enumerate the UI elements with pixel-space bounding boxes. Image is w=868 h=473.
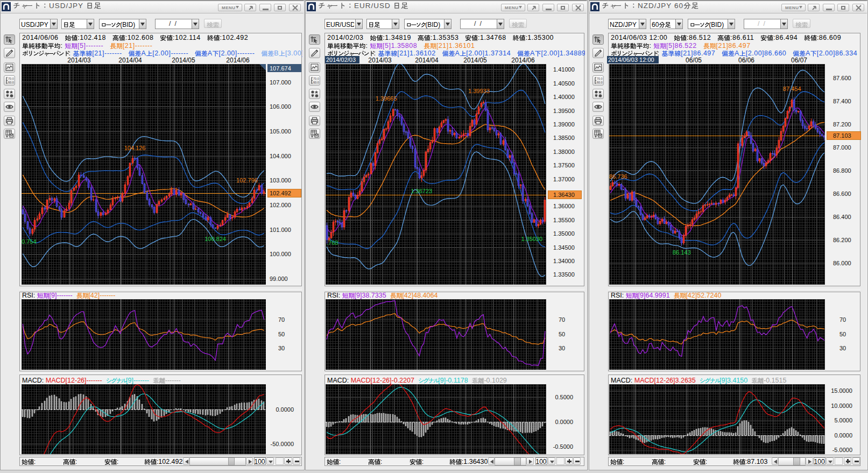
svg-text:2014/03: 2014/03 — [368, 57, 392, 64]
svg-text:[9]-0.1178: [9]-0.1178 — [438, 377, 468, 384]
svg-text:(BID): (BID) — [709, 21, 724, 29]
svg-text::: : — [75, 458, 77, 465]
svg-text:2014/03: 2014/03 — [67, 57, 91, 64]
svg-text::86.494: :86.494 — [773, 34, 798, 41]
svg-text:70.0: 70.0 — [8, 77, 14, 80]
svg-text:[5]-------: [5]------- — [77, 42, 103, 50]
svg-text::: : — [117, 458, 118, 465]
svg-text:2014/05: 2014/05 — [172, 57, 195, 64]
svg-text::102.492: :102.492 — [220, 34, 249, 41]
svg-text:[21]1.36101: [21]1.36101 — [436, 42, 475, 50]
svg-text:-------: ------- — [165, 377, 181, 384]
svg-text:2014/06/03 12:00: 2014/06/03 12:00 — [611, 34, 667, 41]
svg-text:60: 60 — [652, 21, 659, 29]
svg-text:[3.00]: [3.00] — [285, 50, 302, 57]
svg-text:70.0: 70.0 — [313, 77, 319, 80]
svg-text:[9]64.9991: [9]64.9991 — [638, 292, 670, 299]
svg-text::1.34768: :1.34768 — [478, 34, 506, 41]
svg-text:USD/JPY: USD/JPY — [21, 21, 48, 29]
svg-text:1.39665: 1.39665 — [376, 95, 397, 102]
svg-text:[9]-------: [9]------- — [50, 292, 73, 299]
svg-text:[5]1.35808: [5]1.35808 — [383, 42, 417, 50]
svg-text::102.114: :102.114 — [173, 34, 201, 41]
svg-text:MACD[12-26]3.2635: MACD[12-26]3.2635 — [634, 377, 696, 384]
svg-text:MACD[12-26]-0.2207: MACD[12-26]-0.2207 — [351, 377, 414, 384]
svg-text:EUR/USD: EUR/USD — [354, 2, 391, 10]
svg-text:102.796: 102.796 — [236, 177, 258, 183]
svg-text:86.143: 86.143 — [673, 249, 691, 256]
svg-text:RSI:: RSI: — [22, 292, 35, 299]
svg-text::: : — [664, 458, 666, 465]
svg-text:1.36723: 1.36723 — [411, 188, 432, 194]
svg-text:1.35030: 1.35030 — [521, 236, 542, 242]
svg-text:NZD/JPY: NZD/JPY — [610, 21, 637, 29]
svg-text:RSI:: RSI: — [327, 292, 340, 299]
svg-text:06/07: 06/07 — [791, 57, 807, 64]
svg-text:[42]48.4064: [42]48.4064 — [402, 292, 437, 299]
svg-text::: : — [649, 42, 651, 50]
svg-text:B: B — [274, 50, 279, 57]
svg-text:2014/04: 2014/04 — [118, 57, 142, 64]
svg-text:NZD/JPY: NZD/JPY — [638, 2, 672, 10]
svg-text:86.736: 86.736 — [609, 173, 627, 180]
svg-text:2014/02/03: 2014/02/03 — [327, 34, 364, 41]
svg-text::1.35300: :1.35300 — [525, 34, 554, 41]
svg-text:06/06: 06/06 — [738, 57, 754, 64]
svg-text::1.34819: :1.34819 — [383, 34, 411, 41]
svg-text::102.418: :102.418 — [77, 34, 106, 41]
svg-text:87.454: 87.454 — [783, 86, 801, 92]
svg-text:[21]86.497: [21]86.497 — [716, 42, 751, 50]
svg-text::: : — [380, 458, 382, 465]
svg-text::1.36430: :1.36430 — [462, 458, 488, 465]
svg-text::87.103: :87.103 — [745, 458, 768, 465]
svg-text::86.611: :86.611 — [730, 34, 754, 41]
svg-text:2014/06: 2014/06 — [511, 57, 535, 64]
svg-text:104.126: 104.126 — [124, 145, 146, 151]
svg-text:2014/06/06: 2014/06/06 — [22, 34, 59, 41]
svg-text:MACD[12-26]-------: MACD[12-26]------- — [46, 377, 102, 384]
svg-text::86.609: :86.609 — [817, 34, 841, 41]
svg-text:[21]-------: [21]------- — [123, 42, 153, 50]
svg-text:100.824: 100.824 — [204, 236, 226, 242]
svg-text::: : — [60, 42, 62, 50]
svg-text:[42]52.7240: [42]52.7240 — [686, 292, 721, 299]
svg-text:70.0: 70.0 — [597, 77, 603, 80]
svg-text:1.39933: 1.39933 — [468, 88, 490, 94]
svg-text:-0.1515: -0.1515 — [764, 377, 786, 384]
svg-text::86.512: :86.512 — [687, 34, 711, 41]
svg-text::: : — [705, 458, 707, 465]
svg-text:[5]86.522: [5]86.522 — [666, 42, 697, 50]
svg-text:2014/06: 2014/06 — [226, 57, 250, 64]
svg-text:06/05: 06/05 — [686, 57, 702, 64]
svg-text::: : — [365, 42, 368, 50]
svg-text:[9]3.4150: [9]3.4150 — [719, 377, 747, 384]
svg-text:(BID): (BID) — [120, 21, 135, 29]
svg-text::: : — [34, 458, 36, 465]
svg-text:[9]-------: [9]------- — [126, 377, 149, 384]
svg-text::: : — [623, 458, 624, 465]
svg-text::1.35353: :1.35353 — [431, 34, 459, 41]
svg-text:MACD:: MACD: — [22, 377, 44, 384]
svg-text::: : — [339, 458, 341, 465]
svg-text::: : — [422, 458, 424, 465]
svg-text:(BID): (BID) — [425, 21, 440, 29]
svg-text:60.0: 60.0 — [8, 81, 14, 84]
svg-text:MACD:: MACD: — [611, 377, 632, 384]
svg-text:[2.00]1.34889: [2.00]1.34889 — [541, 50, 585, 57]
svg-text:RSI:: RSI: — [611, 292, 624, 299]
svg-text:.768: .768 — [327, 239, 338, 246]
svg-text:2014/04: 2014/04 — [415, 57, 439, 64]
svg-text:[42]-------: [42]------- — [88, 292, 115, 299]
svg-text:2014/05: 2014/05 — [463, 57, 487, 64]
svg-text:[9]38.7335: [9]38.7335 — [355, 292, 386, 299]
svg-text::102.608: :102.608 — [125, 34, 154, 41]
svg-text:-0.1029: -0.1029 — [484, 377, 506, 384]
svg-text:MACD:: MACD: — [327, 377, 349, 384]
svg-text:EUR/USD: EUR/USD — [326, 21, 354, 29]
svg-text:0.754: 0.754 — [22, 238, 37, 245]
svg-text::102.492: :102.492 — [157, 458, 183, 465]
svg-text:USD/JPY: USD/JPY — [49, 2, 83, 10]
svg-text:60.0: 60.0 — [313, 81, 319, 84]
svg-text:60.0: 60.0 — [597, 81, 603, 84]
svg-text:60: 60 — [674, 2, 683, 10]
